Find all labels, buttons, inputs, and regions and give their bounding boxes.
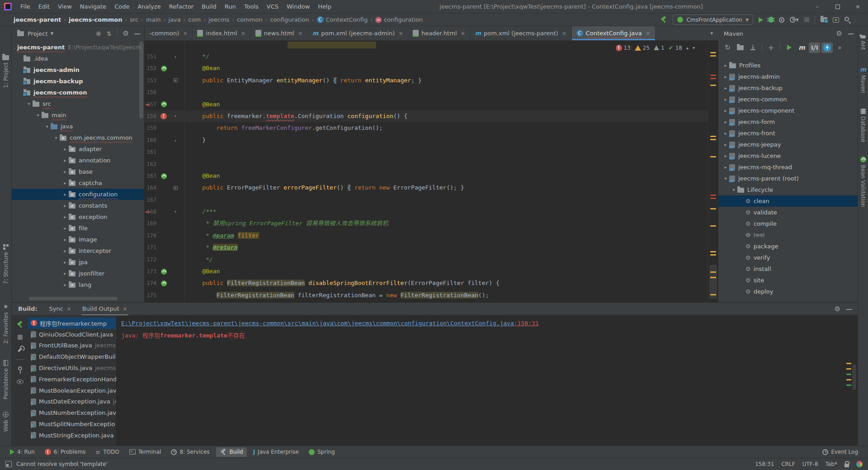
tab-close-icon[interactable]: ×	[461, 30, 466, 37]
hide-maven-panel-button[interactable]	[848, 30, 854, 37]
tree-item-base[interactable]: ▸base	[12, 166, 144, 177]
maven-settings-button[interactable]	[836, 29, 842, 38]
chevron-right-icon[interactable]: ▸	[722, 131, 729, 136]
project-view-dropdown-icon[interactable]	[50, 31, 53, 36]
bean-icon[interactable]	[161, 66, 167, 71]
panel-settings-button[interactable]	[123, 29, 129, 38]
tree-item-java[interactable]: ▾java	[12, 121, 144, 132]
editor-error-stripe[interactable]	[708, 41, 718, 302]
editor-tab[interactable]: pom.xml (jeecms-parent)×	[470, 26, 571, 40]
code-line-153[interactable]: 153+ public EntityManager entityManager(…	[145, 75, 708, 86]
maven-gen-src-button[interactable]	[735, 43, 746, 53]
chevron-right-icon[interactable]: ▸	[722, 142, 729, 147]
line-number[interactable]: 173	[145, 266, 156, 277]
chevron-right-icon[interactable]: ▸	[61, 282, 69, 287]
tool-stripe-persistence[interactable]: Persistence	[0, 360, 11, 399]
breadcrumb-item[interactable]: configuration	[375, 16, 423, 23]
tree-item-jeecms-admin[interactable]: jeecms-admin	[12, 64, 144, 76]
build-message-row[interactable]: DirectiveUtils.javajeecms-	[28, 362, 116, 374]
rerun-build-button[interactable]	[16, 321, 24, 328]
run-anything-button[interactable]	[833, 17, 839, 23]
code-line-152[interactable]: 152 @Bean	[145, 62, 708, 74]
code-line-171[interactable]: 171 * @return	[145, 242, 708, 253]
tab-close-icon[interactable]: ×	[183, 30, 188, 37]
project-vertical-scrollbar[interactable]	[139, 42, 143, 119]
tree-item-lang[interactable]: ▸lang	[12, 279, 144, 290]
build-message-row[interactable]: MustStringException.javaj	[28, 430, 116, 441]
tree-item-jeecms-backup[interactable]: jeecms-backup	[12, 76, 144, 87]
menu-help[interactable]: Help	[314, 0, 335, 14]
editor-tab[interactable]: index.html×	[193, 26, 250, 40]
tool-window-button-spring[interactable]: Spring	[305, 447, 339, 456]
breadcrumb-item[interactable]: java	[168, 16, 180, 23]
passed-count[interactable]: 18	[669, 44, 682, 51]
tool-window-button-terminal[interactable]: Terminal	[126, 447, 165, 456]
error-stripe-mark[interactable]	[710, 156, 716, 157]
code-line-151[interactable]: 151▴ */	[145, 51, 708, 62]
tree-item-jsonfilter[interactable]: ▸jsonfilter	[12, 268, 144, 279]
pin-tab-button[interactable]	[18, 366, 22, 370]
tree-item-interceptor[interactable]: ▸interceptor	[12, 245, 144, 256]
editor-tab[interactable]: -common)×	[145, 26, 193, 40]
maven-item-jeecms-front[interactable]: ▸jeecms-front	[718, 128, 858, 139]
maven-item-validate[interactable]: validate	[718, 207, 858, 218]
code-line-167[interactable]: 167	[145, 194, 708, 206]
tree-item-jeecms-common[interactable]: jeecms-common	[12, 87, 144, 98]
code-line-159[interactable]: 159 return freeMarkerConfigurer.getConfi…	[145, 122, 708, 134]
tool-stripe-maven[interactable]: Maven	[858, 66, 868, 93]
code-editor[interactable]: 151▴ */152 @Bean153+ public EntityManage…	[145, 41, 708, 302]
bean-icon[interactable]	[161, 269, 167, 275]
line-number[interactable]: 153	[145, 75, 156, 86]
build-settings-button[interactable]	[835, 305, 840, 313]
code-line-169[interactable]: 169 * 禁用spring ErrorPageFilter 容易导致被人攻击导…	[145, 218, 708, 229]
build-message-row[interactable]: QiniuOssCloudClient.javaj	[28, 329, 116, 340]
fold-marker[interactable]: ▴	[174, 51, 177, 62]
chevron-right-icon[interactable]: ▸	[722, 85, 729, 90]
tab-close-icon[interactable]: ×	[646, 30, 651, 37]
editor-tab[interactable]: header.html×	[408, 26, 470, 40]
fold-marker[interactable]: ▾	[174, 110, 177, 122]
line-number[interactable]: 163	[145, 170, 156, 182]
build-message-row[interactable]: FreemarkerExceptionHand	[28, 374, 116, 385]
maven-item-site[interactable]: site	[718, 275, 858, 286]
breadcrumb-item[interactable]: jeecms-common	[69, 16, 122, 23]
bean-icon[interactable]	[161, 280, 167, 286]
chevron-down-icon[interactable]: ▾	[43, 124, 51, 129]
fold-marker[interactable]: ▴	[174, 134, 177, 146]
code-line-174[interactable]: 174 public FilterRegistrationBean disabl…	[145, 277, 708, 289]
collapse-all-button[interactable]	[107, 30, 112, 37]
stop-build-button[interactable]	[18, 335, 23, 340]
maven-item-jeecms-common[interactable]: ▸jeecms-common	[718, 94, 858, 105]
bean-icon[interactable]	[161, 173, 167, 179]
chevron-down-icon[interactable]: ▾	[730, 187, 737, 192]
code-line-157[interactable]: 157 @Bean	[145, 99, 708, 110]
build-tab-sync[interactable]: Sync×	[44, 303, 77, 315]
tool-window-button-todo[interactable]: TODO	[92, 447, 123, 457]
maven-offline-mode-button[interactable]	[821, 43, 833, 53]
breadcrumb-item[interactable]: src	[130, 16, 138, 23]
tree-item-jpa[interactable]: ▸jpa	[12, 256, 144, 268]
build-console[interactable]: E:\Project\xqwTest\jeecms-parent\jeecms-…	[117, 316, 858, 446]
fold-marker[interactable]: +	[174, 78, 178, 82]
maven-item-jeecms-mq-thread[interactable]: ▸jeecms-mq-thread	[718, 161, 858, 173]
line-number[interactable]: 171	[145, 242, 156, 253]
line-number[interactable]: 159	[145, 122, 156, 134]
weak-warning-count[interactable]: 1	[654, 45, 665, 51]
maven-more-button[interactable]	[834, 43, 845, 53]
chevron-right-icon[interactable]: ▸	[61, 203, 69, 208]
tool-stripe-7-structure[interactable]: 7: Structure	[0, 244, 11, 284]
chevron-right-icon[interactable]: ▸	[61, 158, 69, 163]
build-project-button[interactable]	[660, 16, 667, 23]
tab-close-icon[interactable]: ×	[562, 30, 567, 37]
error-stripe-mark[interactable]	[710, 52, 716, 53]
maven-item-deploy[interactable]: deploy	[718, 286, 858, 297]
maven-dl-src-button[interactable]	[747, 43, 759, 53]
tree-item-captcha[interactable]: ▸captcha	[12, 177, 144, 189]
maven-item-package[interactable]: package	[718, 241, 858, 252]
maximize-button[interactable]	[827, 0, 848, 13]
chevron-right-icon[interactable]: ▸	[722, 74, 729, 79]
line-number[interactable]: 162	[145, 158, 156, 170]
code-line-163[interactable]: 163 @Bean	[145, 170, 708, 182]
project-horizontal-scrollbar[interactable]	[29, 297, 118, 300]
maven-item-clean[interactable]: clean	[718, 195, 858, 207]
